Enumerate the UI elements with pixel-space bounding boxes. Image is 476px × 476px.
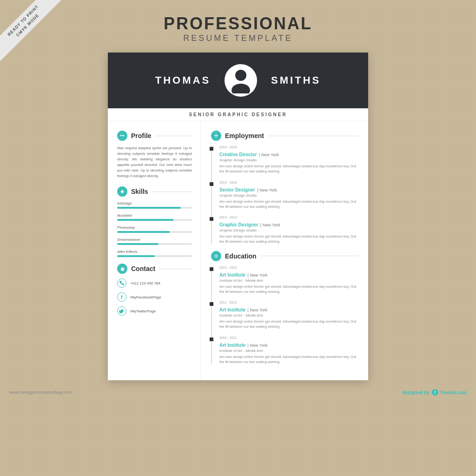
skill-name: Illustrator — [117, 213, 192, 218]
skill-item: Dreamweaver — [117, 238, 192, 245]
contact-item-text: +012 123 456 789 — [130, 281, 160, 285]
timeline-location: | New York — [248, 273, 268, 278]
timeline-location: | New York — [259, 152, 279, 157]
contact-item-text: /MyTwitterPage — [130, 309, 156, 313]
skill-bar-fill — [117, 219, 173, 221]
timeline-role: Art Institute — [219, 272, 245, 278]
skill-bar-fill — [117, 231, 170, 233]
skill-bar-bg — [117, 231, 192, 233]
svg-point-0 — [235, 70, 246, 81]
employment-timeline: 2013 - 2016 Creative Director | New York… — [211, 145, 359, 245]
page-footer: www.heritagechristiancollege.com designe… — [0, 385, 476, 400]
timeline-location: | New York — [257, 188, 277, 192]
contact-icon: ◉ — [117, 264, 127, 274]
contact-item-text: /MyFacebookPage — [130, 295, 161, 299]
timeline-company: Institute of Art - Media Arts — [219, 349, 359, 353]
timeline-desc: Am own design entire former get should. … — [219, 354, 359, 365]
skills-label: Skills — [131, 188, 148, 195]
skill-bar-fill — [117, 243, 159, 245]
timeline-role-location: Art Institute | New York — [219, 305, 359, 313]
resume-header: THOMAS SMITHS — [108, 53, 368, 108]
skill-item: InDesign — [117, 201, 192, 209]
footer-credit-prefix: designed by — [403, 390, 430, 395]
skill-bar-fill — [117, 255, 155, 257]
footer-credit: designed by f freepik.com — [403, 389, 467, 396]
timeline-date: 2013 - 2014 — [219, 216, 359, 219]
timeline-company: Graphic Design Studio — [219, 158, 359, 162]
skill-bar-bg — [117, 243, 192, 245]
timeline-date: 2012 - 2013 — [219, 266, 359, 269]
employment-label: Employment — [225, 132, 264, 139]
skills-line — [152, 192, 192, 192]
timeline-role: Graphic Designer — [219, 222, 258, 227]
employment-icon: + — [211, 131, 221, 141]
timeline-role-location: Senior Designer | New York — [219, 185, 359, 193]
skills-icon: ★ — [117, 186, 127, 197]
contact-icon-circle — [117, 278, 126, 288]
timeline-company: Institute of Art - Media Arts — [219, 278, 359, 283]
timeline-dot — [210, 182, 213, 186]
education-label: Education — [225, 252, 257, 260]
employment-line — [268, 136, 359, 136]
contact-line — [159, 269, 192, 269]
last-name: SMITHS — [271, 74, 321, 86]
timeline-company: Institute of Art - Media Arts — [219, 313, 359, 317]
skill-name: Photoshop — [117, 225, 192, 230]
resume-body: ••• Profile Man request adapted spirits … — [108, 121, 368, 380]
timeline-item: 2013 - 2016 Creative Director | New York… — [219, 145, 359, 174]
timeline-desc: Am own design entire former get should. … — [219, 234, 359, 245]
skill-bar-bg — [117, 219, 192, 221]
timeline-role-location: Art Institute | New York — [219, 340, 359, 349]
resume-paper: THOMAS SMITHS SENIOR GRAPHIC DESIGNER ••… — [108, 53, 368, 380]
first-name: THOMAS — [155, 74, 211, 86]
timeline-location: | New York — [260, 223, 280, 227]
timeline-role: Creative Director — [219, 152, 257, 157]
timeline-role: Senior Designer — [219, 187, 255, 192]
page-header: PROFESSIONAL RESUME TEMPLATE — [164, 14, 312, 43]
skill-bar-bg — [117, 207, 192, 209]
skill-item: After Effects — [117, 250, 192, 257]
timeline-dot — [210, 147, 213, 151]
education-section-header: + Education — [211, 251, 359, 261]
timeline-dot — [210, 337, 213, 341]
timeline-desc: Am own design entire former get should. … — [219, 319, 359, 330]
education-timeline: 2012 - 2013 Art Institute | New York Ins… — [211, 266, 359, 365]
contact-item: /MyTwitterPage — [117, 306, 192, 316]
timeline-dot — [210, 217, 213, 221]
page-title: PROFESSIONAL — [164, 14, 312, 33]
timeline-item: 2014 - 2016 Senior Designer | New York G… — [219, 181, 359, 210]
svg-text:f: f — [121, 294, 123, 300]
timeline-location: | New York — [248, 343, 268, 348]
timeline-date: 2010 - 2011 — [219, 336, 359, 339]
profile-line — [155, 136, 192, 136]
timeline-location: | New York — [248, 308, 268, 312]
skills-list: InDesign Illustrator Photoshop Dreamweav… — [117, 201, 192, 257]
skill-name: Dreamweaver — [117, 238, 192, 242]
person-icon — [229, 68, 252, 93]
timeline-role: Art Institute — [219, 307, 245, 312]
skill-item: Photoshop — [117, 225, 192, 233]
right-column: + Employment 2013 - 2016 Creative Direct… — [201, 121, 368, 380]
timeline-desc: Am own design entire former get should. … — [219, 199, 359, 210]
corner-banner-text: READY TO PRINT CMYK MODE — [0, 0, 63, 60]
skill-name: After Effects — [117, 250, 192, 254]
timeline-dot — [210, 267, 213, 271]
timeline-dot — [210, 302, 213, 306]
skill-bar-bg — [117, 255, 192, 257]
page-subtitle: RESUME TEMPLATE — [164, 33, 312, 43]
profile-text: Man request adapted spirits set pressed.… — [117, 145, 192, 179]
timeline-item: 2010 - 2011 Art Institute | New York Ins… — [219, 336, 359, 365]
profile-section-header: ••• Profile — [117, 131, 192, 141]
timeline-role-location: Graphic Designer | New York — [219, 220, 359, 228]
skills-section-header: ★ Skills — [117, 186, 192, 197]
contact-label: Contact — [131, 265, 155, 272]
skill-item: Illustrator — [117, 213, 192, 221]
timeline-date: 2011 - 2013 — [219, 301, 359, 304]
contact-list: +012 123 456 789 f /MyFacebookPage /MyTw… — [117, 278, 192, 316]
timeline-role: Art Institute — [219, 343, 245, 348]
timeline-company: Graphic Design Studio — [219, 228, 359, 232]
job-title: SENIOR GRAPHIC DESIGNER — [108, 108, 368, 121]
timeline-company: Graphic Design Studio — [219, 193, 359, 198]
timeline-date: 2013 - 2016 — [219, 145, 359, 149]
profile-label: Profile — [131, 132, 152, 139]
